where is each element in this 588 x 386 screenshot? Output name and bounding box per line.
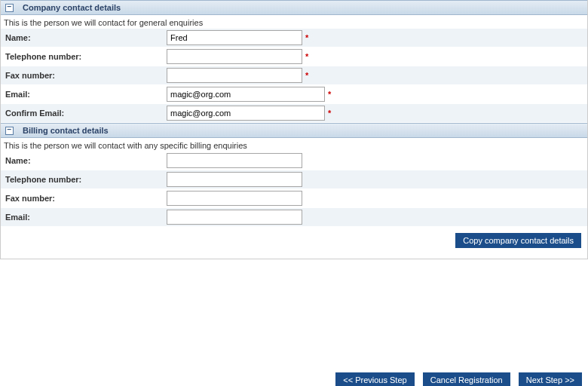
- copy-company-contact-button[interactable]: Copy company contact details: [455, 233, 581, 248]
- company-tel-label: Telephone number:: [1, 50, 167, 63]
- billing-fax-label: Fax number:: [1, 191, 167, 205]
- company-email-label: Email:: [1, 87, 167, 101]
- required-asterisk-icon: *: [328, 109, 331, 118]
- company-tel-row: Telephone number: *: [1, 47, 587, 66]
- company-section-desc: This is the person we will contact for g…: [1, 15, 587, 29]
- company-fax-label: Fax number:: [1, 69, 167, 82]
- billing-tel-row: Telephone number:: [1, 170, 587, 189]
- cancel-registration-button[interactable]: Cancel Registration: [423, 372, 510, 386]
- company-fax-row: Fax number: *: [1, 66, 587, 85]
- required-asterisk-icon: *: [305, 71, 308, 80]
- billing-name-label: Name:: [1, 154, 167, 167]
- company-confirm-email-input[interactable]: [167, 106, 325, 121]
- company-section-header: − Company contact details: [1, 0, 587, 15]
- company-confirm-email-row: Confirm Email: *: [1, 104, 587, 123]
- billing-tel-input[interactable]: [167, 172, 302, 187]
- billing-fax-row: Fax number:: [1, 189, 587, 208]
- company-email-row: Email: *: [1, 85, 587, 104]
- billing-tel-label: Telephone number:: [1, 173, 167, 186]
- minus-icon[interactable]: −: [5, 127, 14, 135]
- minus-icon[interactable]: −: [5, 4, 14, 12]
- billing-name-row: Name:: [1, 152, 587, 170]
- company-confirm-email-label: Confirm Email:: [1, 106, 167, 120]
- required-asterisk-icon: *: [305, 33, 308, 42]
- billing-fax-input[interactable]: [167, 191, 302, 206]
- form-container: − Company contact details This is the pe…: [0, 0, 588, 259]
- company-section-title: Company contact details: [23, 3, 121, 12]
- billing-name-input[interactable]: [167, 153, 302, 168]
- company-name-input[interactable]: [167, 30, 302, 45]
- company-tel-input[interactable]: [167, 49, 302, 64]
- required-asterisk-icon: *: [328, 90, 331, 99]
- billing-section-header: − Billing contact details: [1, 123, 587, 138]
- required-asterisk-icon: *: [305, 52, 308, 61]
- footer-buttons: << Previous Step Cancel Registration Nex…: [0, 365, 588, 386]
- billing-section-title: Billing contact details: [23, 126, 109, 135]
- billing-email-label: Email:: [1, 210, 167, 224]
- company-fax-input[interactable]: [167, 68, 302, 83]
- billing-section-desc: This is the person we will contact with …: [1, 138, 587, 152]
- previous-step-button[interactable]: << Previous Step: [335, 372, 414, 386]
- copy-button-row: Copy company contact details: [1, 227, 587, 259]
- company-name-row: Name: *: [1, 29, 587, 47]
- billing-email-row: Email:: [1, 208, 587, 227]
- billing-email-input[interactable]: [167, 210, 302, 225]
- company-email-input[interactable]: [167, 87, 325, 102]
- next-step-button[interactable]: Next Step >>: [519, 372, 582, 386]
- company-name-label: Name:: [1, 31, 167, 44]
